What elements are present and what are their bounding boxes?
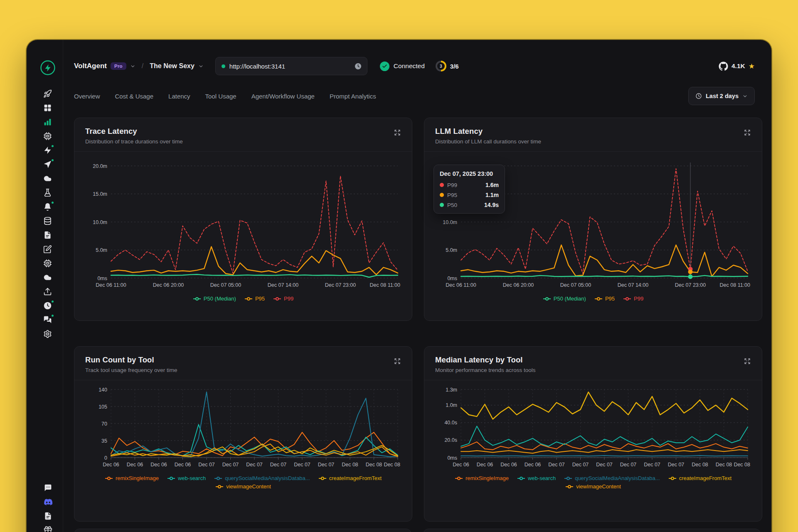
sidebar-item-flask[interactable] <box>42 187 53 198</box>
tooltip-row: P5014.9s <box>440 202 499 208</box>
legend-item-web-search[interactable]: web-search <box>517 475 556 481</box>
expand-icon[interactable] <box>741 126 754 139</box>
legend-marker-icon <box>244 297 253 301</box>
legend-marker-icon <box>565 485 574 489</box>
sidebar-item-cpu[interactable] <box>42 258 53 268</box>
sidebar-item-rocket[interactable] <box>42 88 53 99</box>
legend-label: viewImageContent <box>226 483 271 490</box>
chevron-down-icon[interactable] <box>130 64 135 69</box>
server-url-input[interactable]: http://localhost:3141 <box>215 57 367 75</box>
legend-item-p99[interactable]: P99 <box>623 296 643 302</box>
legend-item-viewimagecontent[interactable]: viewImageContent <box>215 483 271 490</box>
legend-item-createimagefromtext[interactable]: createImageFromText <box>668 475 732 481</box>
tab-prompt-analytics[interactable]: Prompt Analytics <box>330 91 376 101</box>
cpu-icon <box>43 259 52 268</box>
legend-item-p99[interactable]: P99 <box>273 296 293 302</box>
sidebar-item-edit[interactable] <box>42 244 53 254</box>
svg-text:5.0m: 5.0m <box>96 247 107 253</box>
legend-item-p50[interactable]: P50 (Median) <box>193 296 236 302</box>
series-dot-icon <box>440 193 444 197</box>
server-url-value: http://localhost:3141 <box>229 63 350 70</box>
sidebar-item-messages[interactable] <box>42 314 53 325</box>
expand-icon[interactable] <box>391 126 404 139</box>
expand-icon[interactable] <box>741 355 754 367</box>
sidebar-item-file-text[interactable] <box>42 510 53 521</box>
legend-item-remixsingleimage[interactable]: remixSingleImage <box>455 475 509 481</box>
connection-status-label: Connected <box>394 62 425 70</box>
legend-label: P50 (Median) <box>204 296 236 302</box>
sidebar-item-message[interactable] <box>42 482 53 493</box>
time-range-button[interactable]: Last 2 days <box>688 87 755 105</box>
expand-icon[interactable] <box>391 355 404 367</box>
sidebar-item-cpu[interactable] <box>42 131 53 141</box>
sidebar-item-discord[interactable] <box>42 496 53 507</box>
svg-text:Dec 07 05:00: Dec 07 05:00 <box>210 282 241 288</box>
voltagent-logo-icon[interactable] <box>40 60 56 76</box>
legend-item-querysocialmediaanalysisdataba[interactable]: querySocialMediaAnalysisDataba... <box>214 475 310 481</box>
sidebar-item-bar-chart[interactable] <box>42 116 53 127</box>
tab-tool-usage[interactable]: Tool Usage <box>205 91 236 101</box>
status-dot-icon <box>222 64 225 68</box>
svg-text:Dec 06: Dec 06 <box>525 462 541 468</box>
legend-item-p95[interactable]: P95 <box>594 296 615 302</box>
tab-overview[interactable]: Overview <box>74 91 100 101</box>
sidebar-item-clock[interactable] <box>42 300 53 311</box>
sidebar-item-grid[interactable] <box>42 102 53 113</box>
notification-dot <box>51 144 54 148</box>
brand-name[interactable]: VoltAgent <box>74 62 107 70</box>
legend-marker-icon <box>105 476 113 480</box>
star-icon[interactable]: ★ <box>749 63 755 70</box>
setup-progress[interactable]: 3 3/6 <box>436 61 459 71</box>
breadcrumb: VoltAgent Pro / The New Sexy <box>74 62 204 70</box>
sidebar-item-database[interactable] <box>42 215 53 226</box>
project-name[interactable]: The New Sexy <box>150 62 195 70</box>
card-title: Trace Latency <box>85 127 401 136</box>
chevron-down-icon[interactable] <box>198 64 204 69</box>
tooltip-series-value: 1.1m <box>485 192 499 198</box>
database-icon <box>43 217 52 225</box>
legend-label: remixSingleImage <box>116 475 159 481</box>
sidebar-item-send[interactable] <box>42 159 53 170</box>
sidebar-item-cloud[interactable] <box>42 173 53 184</box>
trace-latency-chart: 0ms5.0m10.0m15.0m20.0mDec 06 11:00Dec 06… <box>85 158 401 291</box>
legend-item-p95[interactable]: P95 <box>244 296 265 302</box>
series-dot-icon <box>440 203 444 207</box>
legend-item-remixsingleimage[interactable]: remixSingleImage <box>105 475 159 481</box>
tooltip-series-label: P95 <box>447 192 457 198</box>
legend-item-viewimagecontent[interactable]: viewImageContent <box>565 483 621 490</box>
sidebar-item-upload[interactable] <box>42 286 53 297</box>
history-clock-icon[interactable] <box>354 62 362 70</box>
sidebar-item-file-text[interactable] <box>42 229 53 240</box>
legend-item-querysocialmediaanalysisdataba[interactable]: querySocialMediaAnalysisDataba... <box>564 475 660 481</box>
tooltip-series-label: P50 <box>447 202 457 208</box>
sidebar-item-bell[interactable] <box>42 201 53 212</box>
sidebar-item-zap[interactable] <box>42 145 53 155</box>
sidebar-item-cloud[interactable] <box>42 272 53 283</box>
tab-cost-usage[interactable]: Cost & Usage <box>115 91 154 101</box>
median-latency-chart: 0ms20.0s40.0s1.0m1.3mDec 06Dec 06Dec 06D… <box>435 386 751 471</box>
legend-label: querySocialMediaAnalysisDataba... <box>225 475 310 481</box>
sidebar-item-gear[interactable] <box>42 328 53 339</box>
tab-latency[interactable]: Latency <box>168 91 190 101</box>
legend-item-web-search[interactable]: web-search <box>167 475 206 481</box>
legend-marker-icon <box>273 297 281 301</box>
tooltip-series-value: 1.6m <box>485 182 499 188</box>
sidebar-item-gift[interactable] <box>42 525 53 532</box>
svg-text:0ms: 0ms <box>447 276 457 281</box>
tab-agent-workflow-usage[interactable]: Agent/Workflow Usage <box>251 91 315 101</box>
github-stars[interactable]: 4.1K ★ <box>719 62 755 71</box>
svg-text:20.0m: 20.0m <box>93 163 107 169</box>
svg-text:Dec 07 05:00: Dec 07 05:00 <box>560 282 591 288</box>
chart-legend: remixSingleImageweb-searchquerySocialMed… <box>424 475 762 490</box>
notification-dot <box>51 158 54 162</box>
clock-icon <box>695 93 702 99</box>
svg-text:Dec 08: Dec 08 <box>692 462 708 468</box>
svg-text:5.0m: 5.0m <box>446 247 457 253</box>
legend-label: web-search <box>528 475 556 481</box>
legend-item-createimagefromtext[interactable]: createImageFromText <box>318 475 382 481</box>
svg-text:Dec 06 11:00: Dec 06 11:00 <box>96 282 126 288</box>
legend-label: P95 <box>255 296 265 302</box>
svg-text:Dec 07: Dec 07 <box>246 462 263 468</box>
svg-text:70: 70 <box>101 421 107 427</box>
legend-item-p50[interactable]: P50 (Median) <box>543 296 586 302</box>
